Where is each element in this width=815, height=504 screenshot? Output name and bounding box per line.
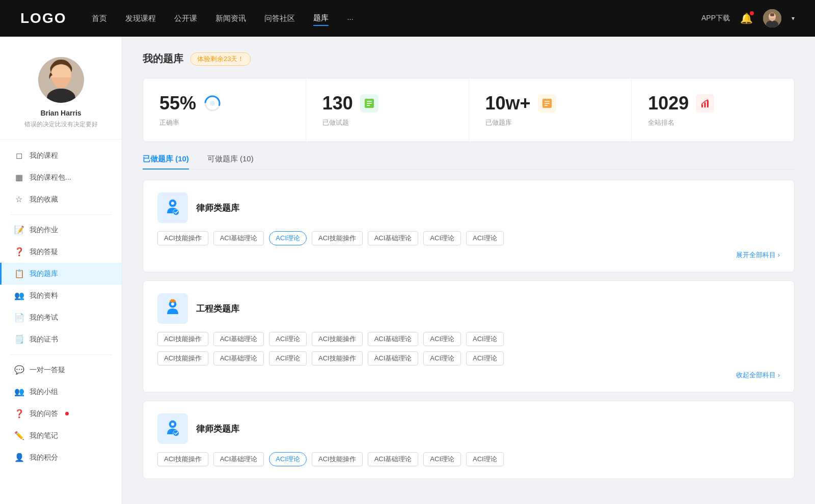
bank-tabs: 已做题库 (10) 可做题库 (10) [143,154,795,170]
sidebar-item-notes[interactable]: ✏️ 我的笔记 [0,425,122,446]
sidebar-item-my-courses[interactable]: ◻ 我的课程 [0,145,122,166]
stat-top: 55% [159,93,289,114]
tag[interactable]: ACI理论 [269,332,307,346]
nav-item-home[interactable]: 首页 [92,12,107,25]
tag[interactable]: ACI理论 [466,351,504,366]
sidebar-item-group[interactable]: 👥 我的小组 [0,381,122,403]
tag[interactable]: ACI技能操作 [312,452,363,466]
tag[interactable]: ACI技能操作 [157,351,208,366]
tag[interactable]: ACI理论 [423,452,461,466]
user-menu-chevron[interactable]: ▾ [792,15,795,22]
sidebar-label: 我的证书 [30,335,58,344]
bank-footer: 展开全部科目 › [157,250,780,260]
sidebar-label: 我的收藏 [30,195,58,204]
notification-bell[interactable]: 🔔 [740,12,753,24]
star-icon: ☆ [14,194,23,204]
tab-available-banks[interactable]: 可做题库 (10) [207,154,254,169]
lawyer-bank-icon-2 [157,413,188,444]
site-rank-icon [696,94,714,113]
tag[interactable]: ACI技能操作 [312,231,363,245]
site-rank-label: 全站排名 [648,118,778,127]
sidebar-label: 我的笔记 [30,431,58,440]
sidebar-label: 我的问答 [30,409,58,418]
sidebar-label: 我的作业 [30,226,58,235]
tag[interactable]: ACI基础理论 [368,452,419,466]
tag[interactable]: ACI技能操作 [157,332,208,346]
sidebar-item-tutor[interactable]: 💬 一对一答疑 [0,359,122,381]
bank-card-header: 工程类题库 [157,293,780,324]
tag[interactable]: ACI技能操作 [312,332,363,346]
engineer-bank-icon [157,293,188,324]
lawyer-bank-icon [157,192,188,223]
tag[interactable]: ACI技能操作 [312,351,363,366]
tag[interactable]: ACI理论 [466,452,504,466]
course-package-icon: ▦ [14,173,23,182]
bank-card-engineer: 工程类题库 ACI技能操作 ACI基础理论 ACI理论 ACI技能操作 ACI基… [143,281,795,393]
tag[interactable]: ACI基础理论 [213,332,264,346]
app-download-link[interactable]: APP下载 [701,14,730,23]
tag[interactable]: ACI技能操作 [157,452,208,466]
certificate-icon: 🗒️ [14,334,23,344]
tag-highlighted[interactable]: ACI理论 [269,452,307,466]
sidebar-item-points[interactable]: 👤 我的积分 [0,446,122,468]
unread-badge [65,412,69,415]
sidebar-label: 一对一答疑 [30,366,65,375]
collapse-all-link[interactable]: 收起全部科目 › [736,371,780,380]
tag[interactable]: ACI技能操作 [157,231,208,245]
bank-card-header: 律师类题库 [157,192,780,223]
tag[interactable]: ACI基础理论 [368,332,419,346]
tag[interactable]: ACI基础理论 [213,351,264,366]
svg-point-30 [173,430,179,436]
logo: LOGO [20,10,66,26]
nav-item-bank[interactable]: 题库 [313,11,329,26]
tag-highlighted[interactable]: ACI理论 [269,231,307,245]
nav-item-courses[interactable]: 发现课程 [125,12,156,25]
done-questions-icon [360,94,378,113]
tag[interactable]: ACI基础理论 [213,231,264,245]
tag[interactable]: ACI理论 [423,231,461,245]
svg-point-23 [173,209,179,215]
sidebar-item-exam[interactable]: 📄 我的考试 [0,306,122,328]
top-navigation: LOGO 首页 发现课程 公开课 新闻资讯 问答社区 题库 ··· APP下载 … [0,0,815,37]
nav-item-qa[interactable]: 问答社区 [264,12,295,25]
tab-done-banks[interactable]: 已做题库 (10) [143,154,189,169]
tag[interactable]: ACI理论 [269,351,307,366]
sidebar-item-qa-mine[interactable]: ❓ 我的答疑 [0,241,122,263]
svg-point-22 [171,202,174,205]
svg-rect-18 [701,104,703,107]
tag[interactable]: ACI理论 [423,332,461,346]
sidebar-item-homework[interactable]: 📝 我的作业 [0,219,122,241]
sidebar-item-bank[interactable]: 📋 我的题库 [0,263,122,285]
profile-avatar [38,57,84,103]
tag[interactable]: ACI理论 [466,231,504,245]
stat-top: 130 [322,93,452,114]
tag[interactable]: ACI基础理论 [368,351,419,366]
tag[interactable]: ACI理论 [423,351,461,366]
stat-site-rank: 1029 全站排名 [632,78,794,142]
nav-item-more[interactable]: ··· [347,12,354,25]
materials-icon: 👥 [14,291,23,300]
done-questions-label: 已做试题 [322,118,452,127]
tag[interactable]: ACI基础理论 [213,452,264,466]
sidebar-item-certificate[interactable]: 🗒️ 我的证书 [0,328,122,350]
bank-card-lawyer-1: 律师类题库 ACI技能操作 ACI基础理论 ACI理论 ACI技能操作 ACI基… [143,180,795,272]
sidebar-item-materials[interactable]: 👥 我的资料 [0,285,122,306]
user-avatar[interactable] [763,9,781,27]
sidebar-label: 我的小组 [30,387,58,397]
expand-all-link[interactable]: 展开全部科目 › [736,250,780,260]
exam-icon: 📄 [14,313,23,322]
bank-footer: 收起全部科目 › [157,371,780,380]
svg-rect-27 [171,299,174,301]
sidebar-menu: ◻ 我的课程 ▦ 我的课程包... ☆ 我的收藏 📝 我的作业 ❓ 我的答疑 📋 [0,139,122,473]
sidebar-item-my-qa[interactable]: ❓ 我的问答 [0,403,122,425]
sidebar-item-favorites[interactable]: ☆ 我的收藏 [0,188,122,210]
sidebar-item-course-package[interactable]: ▦ 我的课程包... [0,166,122,188]
nav-item-news[interactable]: 新闻资讯 [215,12,246,25]
svg-rect-19 [704,102,706,107]
sidebar: Brian Harris 错误的决定比没有决定要好 ◻ 我的课程 ▦ 我的课程包… [0,37,122,504]
nav-item-open-course[interactable]: 公开课 [174,12,197,25]
user-profile-section: Brian Harris 错误的决定比没有决定要好 [0,52,122,139]
tag[interactable]: ACI基础理论 [368,231,419,245]
stat-done-questions: 130 已做试题 [306,78,469,142]
tag[interactable]: ACI理论 [466,332,504,346]
